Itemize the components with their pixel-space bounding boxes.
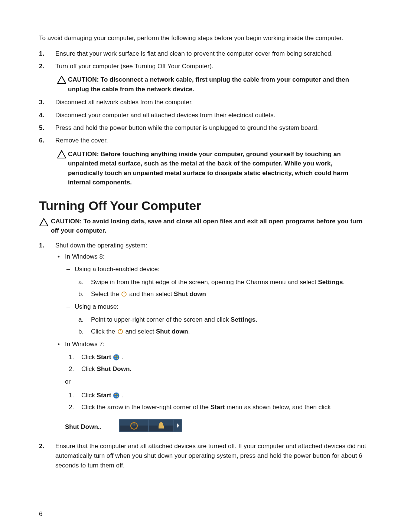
caution-text: CAUTION: To avoid losing data, save and …	[51, 217, 368, 236]
shutdown-label: Shut down	[174, 290, 206, 298]
svg-rect-13	[117, 394, 118, 395]
bullet-win7: In Windows 7: 1. Click Start . 2. Click …	[55, 339, 368, 435]
caution-text: CAUTION: To disconnect a network cable, …	[68, 75, 368, 94]
svg-rect-14	[115, 396, 116, 397]
caution-block: CAUTION: To disconnect a network cable, …	[57, 75, 368, 94]
intro-paragraph: To avoid damaging your computer, perform…	[39, 33, 368, 43]
alpha-item: a. Swipe in from the right edge of the s…	[75, 278, 368, 287]
step-text: Swipe in from the right edge of the scre…	[91, 279, 318, 286]
mouse-steps: a. Point to upper-right corner of the sc…	[75, 315, 368, 337]
settings-label: Settings	[231, 316, 255, 323]
svg-rect-12	[115, 394, 116, 395]
svg-rect-6	[115, 355, 116, 357]
shutdown-bold: Shut Down.	[97, 365, 131, 372]
svg-rect-15	[117, 396, 118, 397]
list-text: Turn off your computer (see Turning Off …	[55, 62, 213, 71]
win7-steps-alt: 1. Click Start . 2. Click the arrow in t…	[65, 391, 368, 413]
win7-steps: 1. Click Start . 2. Click Shut Down.	[65, 352, 368, 374]
section-heading: Turning Off Your Computer	[39, 198, 368, 213]
step-text: Click	[81, 365, 97, 372]
document-page: To avoid damaging your computer, perform…	[0, 0, 401, 532]
page-number: 6	[39, 510, 42, 518]
step-text: Click	[81, 354, 97, 361]
step-text: Point to upper-right corner of the scree…	[91, 316, 231, 323]
sub-item: 2. Click Shut Down.	[65, 364, 368, 374]
dash-touch: Using a touch-enabled device: a. Swipe i…	[65, 265, 368, 299]
alpha-item: a. Point to upper-right corner of the sc…	[75, 315, 368, 325]
dash-label: Using a touch-enabled device:	[75, 266, 160, 273]
list-text: Disconnect all network cables from the c…	[55, 98, 193, 107]
step-text: and select	[125, 328, 156, 335]
sub-item: 1. Click Start .	[65, 391, 368, 400]
method-list: Using a touch-enabled device: a. Swipe i…	[65, 265, 368, 336]
settings-label: Settings	[318, 279, 343, 286]
alpha-item: b. Select the and then select Shut down	[75, 289, 368, 299]
dash-label: Using a mouse:	[75, 303, 118, 310]
alpha-item: b. Click the and select Shut down.	[75, 327, 368, 336]
before-working-list-2: 3.Disconnect all network cables from the…	[39, 98, 368, 145]
list-item: 3.Disconnect all network cables from the…	[39, 98, 368, 107]
list-text: Disconnect your computer and all attache…	[55, 111, 275, 120]
sub-item: 2. Click the arrow in the lower-right co…	[65, 403, 368, 412]
power-icon	[117, 328, 125, 335]
step-text: Click the	[91, 328, 117, 335]
start-orb-icon	[113, 392, 120, 399]
svg-rect-8	[115, 358, 116, 359]
list-text: Ensure that your work surface is flat an…	[55, 49, 333, 59]
list-text: Ensure that the computer and all attache…	[55, 441, 368, 471]
step-text: Select the	[91, 290, 121, 298]
shutdown-split-button[interactable]	[119, 419, 182, 435]
bullet-label: In Windows 8:	[65, 253, 105, 260]
bullet-label: In Windows 7:	[65, 341, 105, 348]
step-text: Click the arrow in the lower-right corne…	[81, 404, 211, 411]
caution-text: CAUTION: Before touching anything inside…	[68, 150, 368, 187]
start-label: Start	[97, 354, 111, 361]
caution-icon	[57, 76, 66, 84]
start-label: Start	[97, 392, 111, 399]
list-item: 1. Shut down the operating system: In Wi…	[39, 241, 368, 439]
start-orb-icon	[113, 354, 120, 361]
list-item: 2.Ensure that the computer and all attac…	[39, 441, 368, 471]
shutdown-row-label: Shut Down.	[65, 422, 100, 432]
step-text: Click	[81, 392, 97, 399]
or-text: or	[65, 377, 368, 387]
touch-steps: a. Swipe in from the right edge of the s…	[75, 278, 368, 299]
sub-item: 1. Click Start .	[65, 352, 368, 362]
svg-rect-9	[117, 358, 118, 359]
list-item: 2.Turn off your computer (see Turning Of…	[39, 62, 368, 71]
power-icon	[121, 290, 129, 298]
step-text: and then select	[129, 290, 174, 298]
bullet-win8: In Windows 8: Using a touch-enabled devi…	[55, 252, 368, 336]
caution-block: CAUTION: Before touching anything inside…	[57, 150, 368, 187]
list-item: 4.Disconnect your computer and all attac…	[39, 111, 368, 120]
os-bullets: In Windows 8: Using a touch-enabled devi…	[55, 252, 368, 436]
caution-icon	[57, 150, 66, 158]
start-label: Start	[211, 404, 225, 411]
list-item: 6.Remove the cover.	[39, 136, 368, 145]
list-item: 5.Press and hold the power button while …	[39, 123, 368, 133]
step-text: menu as shown below, and then click	[225, 404, 330, 411]
shutdown-list: 1. Shut down the operating system: In Wi…	[39, 241, 368, 471]
list-text: Shut down the operating system:	[55, 242, 147, 249]
shutdown-label: Shut down	[156, 328, 188, 335]
caution-icon	[39, 218, 49, 226]
list-item: 1.Ensure that your work surface is flat …	[39, 49, 368, 59]
list-text: Remove the cover.	[55, 136, 108, 145]
before-working-list: 1.Ensure that your work surface is flat …	[39, 49, 368, 72]
caution-block: CAUTION: To avoid losing data, save and …	[39, 217, 368, 236]
svg-rect-7	[117, 355, 118, 357]
dash-mouse: Using a mouse: a. Point to upper-right c…	[65, 302, 368, 336]
list-text: Press and hold the power button while th…	[55, 123, 319, 133]
